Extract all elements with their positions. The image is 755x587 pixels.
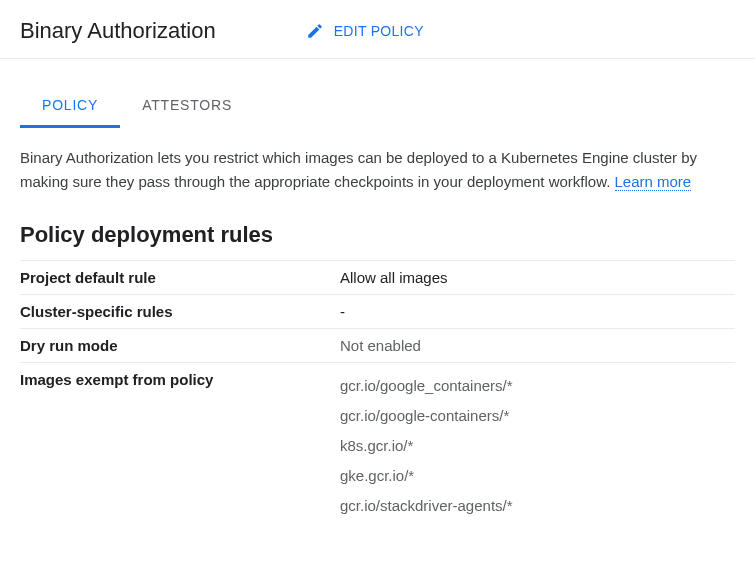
table-row: Project default rule Allow all images bbox=[20, 261, 735, 295]
rule-label: Project default rule bbox=[20, 261, 340, 295]
rule-value: gcr.io/google_containers/* gcr.io/google… bbox=[340, 363, 735, 530]
rule-value: - bbox=[340, 295, 735, 329]
rule-label: Images exempt from policy bbox=[20, 363, 340, 530]
table-row: Cluster-specific rules - bbox=[20, 295, 735, 329]
list-item: gcr.io/stackdriver-agents/* bbox=[340, 491, 735, 521]
rule-value: Allow all images bbox=[340, 261, 735, 295]
list-item: gcr.io/google-containers/* bbox=[340, 401, 735, 431]
exempt-images-list: gcr.io/google_containers/* gcr.io/google… bbox=[340, 371, 735, 521]
description: Binary Authorization lets you restrict w… bbox=[0, 128, 755, 194]
list-item: gcr.io/google_containers/* bbox=[340, 371, 735, 401]
tabs: POLICY ATTESTORS bbox=[0, 87, 755, 128]
table-row: Images exempt from policy gcr.io/google_… bbox=[20, 363, 735, 530]
description-text: Binary Authorization lets you restrict w… bbox=[20, 149, 697, 190]
page-title: Binary Authorization bbox=[20, 18, 216, 44]
rule-label: Cluster-specific rules bbox=[20, 295, 340, 329]
page-header: Binary Authorization EDIT POLICY bbox=[0, 0, 755, 59]
rule-value: Not enabled bbox=[340, 329, 735, 363]
rules-table: Project default rule Allow all images Cl… bbox=[20, 260, 735, 529]
rule-label: Dry run mode bbox=[20, 329, 340, 363]
learn-more-link[interactable]: Learn more bbox=[615, 173, 692, 191]
table-row: Dry run mode Not enabled bbox=[20, 329, 735, 363]
list-item: k8s.gcr.io/* bbox=[340, 431, 735, 461]
list-item: gke.gcr.io/* bbox=[340, 461, 735, 491]
section-title: Policy deployment rules bbox=[0, 194, 755, 260]
tab-policy[interactable]: POLICY bbox=[20, 87, 120, 128]
pencil-icon bbox=[306, 22, 324, 40]
edit-policy-button[interactable]: EDIT POLICY bbox=[306, 22, 424, 40]
tab-attestors[interactable]: ATTESTORS bbox=[120, 87, 254, 128]
edit-policy-label: EDIT POLICY bbox=[334, 23, 424, 39]
